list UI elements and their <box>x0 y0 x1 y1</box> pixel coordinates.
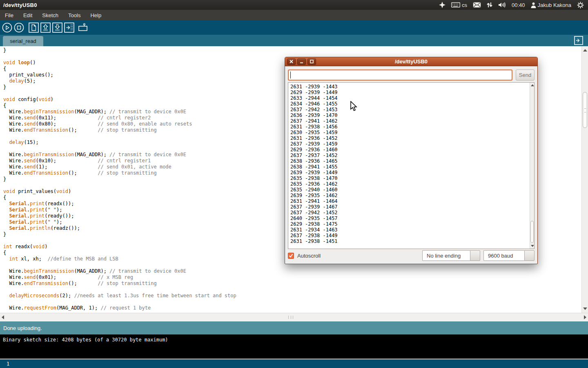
upload-button[interactable] <box>64 22 74 33</box>
ide-toolbar <box>0 20 588 35</box>
menu-sketch[interactable]: Sketch <box>37 10 63 20</box>
keyboard-layout-label: cs <box>462 2 467 8</box>
baud-rate-select[interactable]: 9600 baud <box>483 250 535 261</box>
serial-scroll-down-icon[interactable] <box>531 245 534 247</box>
line-ending-select[interactable]: No line ending <box>422 250 480 261</box>
scroll-down-arrow-icon[interactable] <box>583 307 587 310</box>
status-bar: Done uploading. <box>0 321 588 334</box>
menu-edit[interactable]: Edit <box>18 10 37 20</box>
keyboard-layout-indicator[interactable]: cs <box>451 2 467 8</box>
tab-bar: serial_read <box>0 35 588 46</box>
line-number: 1 <box>7 361 9 367</box>
horizontal-scrollbar-grip[interactable] <box>288 316 293 319</box>
editor-horizontal-scrollbar[interactable] <box>0 313 588 321</box>
baud-rate-value: 9600 baud <box>483 250 524 261</box>
session-gear-icon[interactable] <box>577 2 584 9</box>
mouse-cursor <box>350 101 358 113</box>
status-message: Done uploading. <box>3 325 42 331</box>
scroll-left-arrow-icon[interactable] <box>2 315 4 319</box>
ubuntu-top-panel: /dev/ttyUSB0 cs 00:40 Jakub Kakona <box>0 0 588 10</box>
maximize-icon[interactable] <box>307 58 316 65</box>
footer-bar: 1 <box>0 359 588 368</box>
username-label: Jakub Kakona <box>538 2 571 8</box>
serial-monitor-button[interactable] <box>78 22 88 33</box>
chevron-down-icon[interactable] <box>524 250 535 261</box>
serial-controls-row: Autoscroll No line ending 9600 baud <box>285 250 537 261</box>
console-text: Binary sketch size: 4208 bytes (of a 307… <box>3 337 168 343</box>
text-caret <box>290 72 291 79</box>
pinwheel-indicator-icon[interactable] <box>439 2 445 8</box>
clock[interactable]: 00:40 <box>512 2 525 8</box>
ide-menu-bar: File Edit Sketch Tools Help <box>0 10 588 20</box>
scroll-up-arrow-icon[interactable] <box>583 49 587 52</box>
serial-scroll-up-icon[interactable] <box>531 84 534 86</box>
serial-window-titlebar[interactable]: /dev/ttyUSB0 <box>285 57 537 66</box>
tab-label: serial_read <box>10 38 36 44</box>
network-updown-icon[interactable] <box>487 2 492 8</box>
tab-menu-button[interactable] <box>574 36 583 45</box>
serial-output-area[interactable]: 2631 -2939 -1443 2629 -2939 -1449 2633 -… <box>288 82 535 249</box>
autoscroll-checkbox[interactable] <box>288 253 294 259</box>
chevron-down-icon[interactable] <box>470 250 480 261</box>
window-title: /dev/ttyUSB0 <box>0 2 37 8</box>
editor-scrollbar-thumb[interactable] <box>583 92 587 128</box>
serial-output: 2631 -2939 -1443 2629 -2939 -1449 2633 -… <box>288 83 534 244</box>
menu-file[interactable]: File <box>0 10 18 20</box>
mail-indicator-icon[interactable] <box>473 2 481 8</box>
user-menu[interactable]: Jakub Kakona <box>531 2 571 8</box>
stop-button[interactable] <box>13 22 24 33</box>
tab-serial-read[interactable]: serial_read <box>3 36 43 46</box>
menu-tools[interactable]: Tools <box>63 10 85 20</box>
build-console: Binary sketch size: 4208 bytes (of a 307… <box>0 334 588 359</box>
editor-vertical-scrollbar[interactable] <box>581 46 588 313</box>
serial-scrollbar-thumb[interactable] <box>530 221 534 243</box>
scroll-right-arrow-icon[interactable] <box>584 315 586 319</box>
save-sketch-button[interactable] <box>52 22 62 33</box>
verify-button[interactable] <box>2 22 12 33</box>
new-sketch-button[interactable] <box>28 22 39 33</box>
serial-scrollbar[interactable] <box>530 83 534 249</box>
minimize-icon[interactable] <box>297 58 306 65</box>
close-icon[interactable] <box>287 58 296 65</box>
open-sketch-button[interactable] <box>40 22 51 33</box>
serial-window-title: /dev/ttyUSB0 <box>285 58 537 65</box>
menu-help[interactable]: Help <box>85 10 106 20</box>
autoscroll-label: Autoscroll <box>297 253 321 259</box>
serial-monitor-window: /dev/ttyUSB0 Send 2631 -2939 -1443 2629 … <box>285 57 538 264</box>
serial-send-input[interactable] <box>288 70 512 81</box>
send-button[interactable]: Send <box>516 70 535 81</box>
volume-icon[interactable] <box>498 2 506 8</box>
system-tray: cs 00:40 Jakub Kakona <box>439 2 588 9</box>
line-ending-value: No line ending <box>422 250 470 261</box>
serial-input-row: Send <box>285 68 537 82</box>
